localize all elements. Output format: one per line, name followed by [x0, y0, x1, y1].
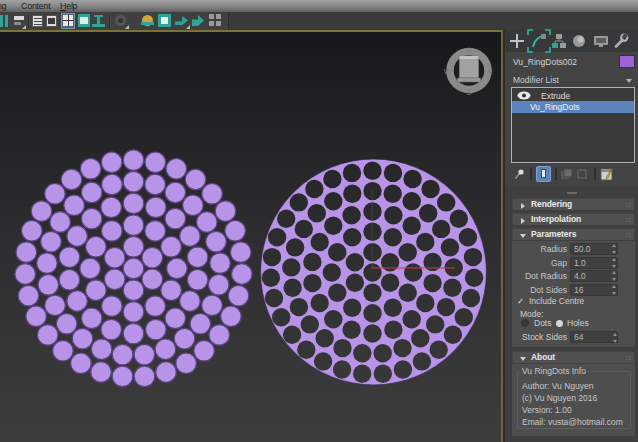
- svg-text:N: N: [466, 46, 472, 55]
- svg-text:E: E: [488, 67, 493, 76]
- svg-text:S: S: [466, 88, 471, 97]
- svg-text:W: W: [444, 67, 452, 76]
